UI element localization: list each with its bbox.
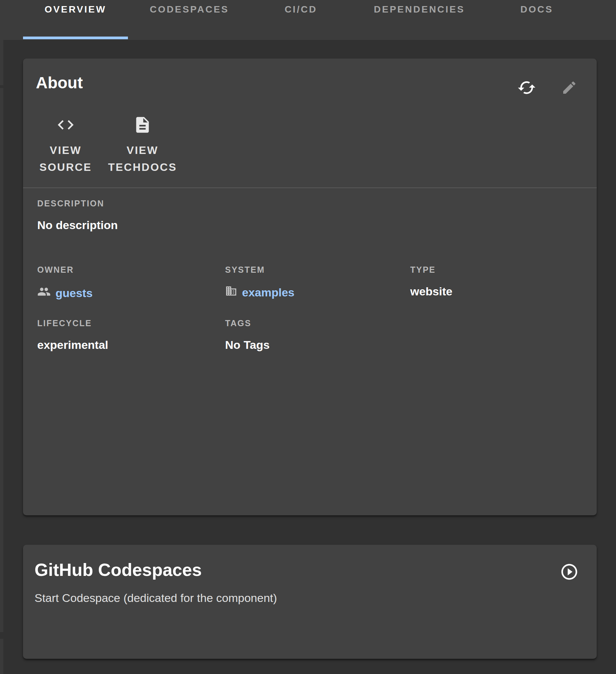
- field-description: DESCRIPTION No description: [37, 199, 118, 232]
- lifecycle-value: experimental: [37, 338, 108, 352]
- field-type: TYPE website: [410, 265, 453, 298]
- type-value: website: [410, 285, 453, 298]
- view-source-link[interactable]: VIEW SOURCE: [35, 115, 96, 176]
- refresh-icon: [517, 78, 536, 97]
- view-techdocs-link[interactable]: VIEW TECHDOCS: [104, 115, 181, 176]
- play-circle-icon: [560, 562, 579, 581]
- owner-link[interactable]: guests: [37, 285, 93, 301]
- left-panel-edge: [0, 40, 3, 85]
- field-lifecycle: LIFECYCLE experimental: [37, 318, 108, 352]
- code-icon: [56, 130, 75, 135]
- tab-docs[interactable]: DOCS: [488, 0, 586, 40]
- system-link[interactable]: examples: [225, 285, 294, 300]
- field-system: SYSTEM examples: [225, 265, 294, 300]
- people-icon: [37, 285, 51, 301]
- owner-label: OWNER: [37, 265, 93, 275]
- view-source-label: VIEW SOURCE: [35, 142, 96, 176]
- field-owner: OWNER guests: [37, 265, 93, 301]
- description-label: DESCRIPTION: [37, 199, 118, 208]
- edit-button[interactable]: [561, 80, 577, 96]
- field-tags: TAGS No Tags: [225, 318, 270, 352]
- codespaces-card-subtitle: Start Codespace (dedicated for the compo…: [35, 591, 277, 605]
- entity-tab-bar: OVERVIEW CODESPACES CI/CD DEPENDENCIES D…: [0, 0, 616, 40]
- codespaces-card-title: GitHub Codespaces: [35, 560, 202, 580]
- system-icon: [225, 285, 237, 300]
- tags-value: No Tags: [225, 338, 270, 352]
- system-value: examples: [242, 286, 294, 299]
- lifecycle-label: LIFECYCLE: [37, 318, 108, 328]
- tab-codespaces[interactable]: CODESPACES: [128, 0, 251, 40]
- owner-value: guests: [56, 287, 93, 300]
- about-card: About VIEW SOURCE VIEW TECHDOCS: [23, 59, 597, 515]
- active-tab-indicator: [23, 37, 128, 39]
- tab-list: OVERVIEW CODESPACES CI/CD DEPENDENCIES D…: [23, 0, 586, 40]
- about-card-title: About: [36, 73, 83, 92]
- system-label: SYSTEM: [225, 265, 294, 275]
- refresh-button[interactable]: [517, 78, 536, 97]
- left-panel-edge: [0, 88, 3, 632]
- description-value: No description: [37, 219, 118, 232]
- tags-label: TAGS: [225, 318, 270, 328]
- start-codespace-button[interactable]: [560, 562, 579, 581]
- techdocs-icon: [133, 130, 152, 135]
- type-label: TYPE: [410, 265, 453, 275]
- tab-dependencies[interactable]: DEPENDENCIES: [351, 0, 488, 40]
- card-divider: [23, 187, 597, 188]
- tab-overview[interactable]: OVERVIEW: [23, 0, 128, 40]
- left-panel-edge: [0, 639, 3, 674]
- tab-cicd[interactable]: CI/CD: [251, 0, 351, 40]
- view-techdocs-label: VIEW TECHDOCS: [104, 142, 181, 176]
- edit-icon: [561, 80, 577, 96]
- codespaces-card: GitHub Codespaces Start Codespace (dedic…: [23, 545, 597, 659]
